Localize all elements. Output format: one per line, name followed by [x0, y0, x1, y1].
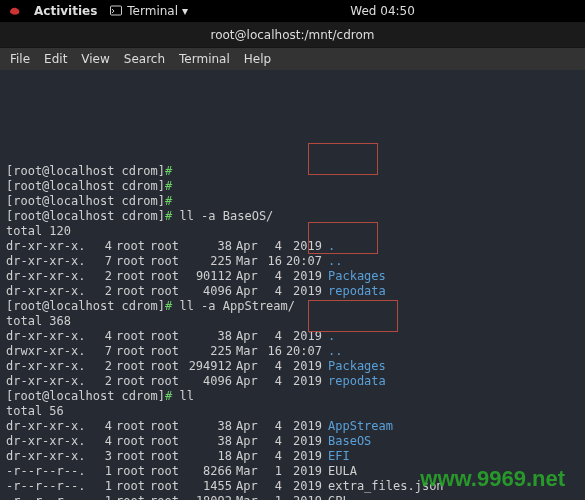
file-name: extra_files.json — [322, 479, 444, 494]
listing-row: -r--r--r--.1rootroot1455Apr42019extra_fi… — [6, 479, 579, 494]
prompt-line: [root@localhost cdrom]# ll -a AppStream/ — [6, 299, 579, 314]
file-name: EFI — [322, 449, 350, 464]
listing-row: dr-xr-xr-x.2rootroot294912Apr42019Packag… — [6, 359, 579, 374]
terminal-app-indicator[interactable]: Terminal ▾ — [109, 4, 188, 18]
menu-item-search[interactable]: Search — [124, 52, 165, 66]
file-name: repodata — [322, 374, 386, 389]
file-name: Packages — [322, 269, 386, 284]
window-menubar: FileEditViewSearchTerminalHelp — [0, 48, 585, 70]
prompt-line: [root@localhost cdrom]# — [6, 194, 579, 209]
file-name: . — [322, 329, 335, 344]
file-name: .. — [322, 344, 342, 359]
listing-row: dr-xr-xr-x.4rootroot38Apr42019BaseOS — [6, 434, 579, 449]
listing-row: dr-xr-xr-x.2rootroot90112Apr42019Package… — [6, 269, 579, 284]
clock[interactable]: Wed 04:50 — [350, 4, 415, 18]
terminal-icon — [109, 4, 123, 18]
menu-item-help[interactable]: Help — [244, 52, 271, 66]
total-line: total 56 — [6, 404, 579, 419]
menu-item-view[interactable]: View — [81, 52, 109, 66]
file-name: AppStream — [322, 419, 393, 434]
prompt-line: [root@localhost cdrom]# ll — [6, 389, 579, 404]
menu-item-edit[interactable]: Edit — [44, 52, 67, 66]
svg-rect-0 — [111, 6, 122, 15]
listing-row: dr-xr-xr-x.3rootroot18Apr42019EFI — [6, 449, 579, 464]
terminal-viewport[interactable]: [root@localhost cdrom]#[root@localhost c… — [0, 70, 585, 500]
file-name: .. — [322, 254, 342, 269]
activities-button[interactable]: Activities — [34, 4, 97, 18]
listing-row: -r--r--r--.1rootroot18092Mar12019GPL — [6, 494, 579, 500]
listing-row: dr-xr-xr-x.7rootroot225Mar1620:07.. — [6, 254, 579, 269]
file-name: EULA — [322, 464, 357, 479]
chevron-down-icon: ▾ — [182, 4, 188, 18]
window-title-bar: root@localhost:/mnt/cdrom — [0, 22, 585, 48]
listing-row: dr-xr-xr-x.2rootroot4096Apr42019repodata — [6, 284, 579, 299]
total-line: total 368 — [6, 314, 579, 329]
listing-row: drwxr-xr-x.7rootroot225Mar1620:07.. — [6, 344, 579, 359]
redhat-logo-icon — [8, 4, 22, 18]
total-line: total 120 — [6, 224, 579, 239]
window-title: root@localhost:/mnt/cdrom — [211, 28, 375, 42]
prompt-line: [root@localhost cdrom]# ll -a BaseOS/ — [6, 209, 579, 224]
gnome-top-bar: Activities Terminal ▾ Wed 04:50 — [0, 0, 585, 22]
listing-row: -r--r--r--.1rootroot8266Mar12019EULA — [6, 464, 579, 479]
file-name: Packages — [322, 359, 386, 374]
file-name: repodata — [322, 284, 386, 299]
menu-item-terminal[interactable]: Terminal — [179, 52, 230, 66]
listing-row: dr-xr-xr-x.4rootroot38Apr42019AppStream — [6, 419, 579, 434]
menu-item-file[interactable]: File — [10, 52, 30, 66]
file-name: . — [322, 239, 335, 254]
listing-row: dr-xr-xr-x.4rootroot38Apr42019. — [6, 329, 579, 344]
prompt-line: [root@localhost cdrom]# — [6, 179, 579, 194]
file-name: BaseOS — [322, 434, 371, 449]
terminal-app-label: Terminal — [127, 4, 178, 18]
prompt-line: [root@localhost cdrom]# — [6, 164, 579, 179]
listing-row: dr-xr-xr-x.2rootroot4096Apr42019repodata — [6, 374, 579, 389]
listing-row: dr-xr-xr-x.4rootroot38Apr42019. — [6, 239, 579, 254]
file-name: GPL — [322, 494, 350, 500]
